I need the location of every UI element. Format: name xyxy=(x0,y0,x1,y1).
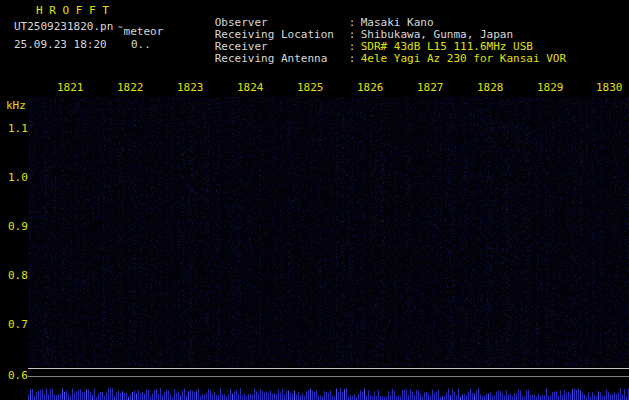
time-axis-label: 1821 xyxy=(57,82,84,94)
filename-label: UT2509231820.pn xyxy=(14,21,113,33)
freq-axis-label: 0.9 xyxy=(8,221,28,233)
freq-axis-label: 1.1 xyxy=(8,123,28,135)
time-axis-label: 1822 xyxy=(117,82,144,94)
freq-axis-unit: kHz xyxy=(6,100,26,112)
echo-counter: 0.. xyxy=(131,39,151,51)
level-ticks-canvas xyxy=(28,387,629,400)
freq-axis-label: 1.0 xyxy=(8,172,28,184)
freq-axis-label: 0.7 xyxy=(8,319,28,331)
level-strip-trace-line xyxy=(28,376,629,377)
info-value: 4ele Yagi Az 230 for Kansai VOR xyxy=(361,52,566,65)
time-axis-label: 1829 xyxy=(537,82,564,94)
time-axis-label: 1830 xyxy=(596,82,623,94)
time-axis-label: 1825 xyxy=(297,82,324,94)
level-strip-top-line xyxy=(28,368,629,369)
time-axis-label: 1826 xyxy=(357,82,384,94)
freq-axis-label: 0.6 xyxy=(8,370,28,382)
time-axis-label: 1827 xyxy=(417,82,444,94)
receiver-info-block: Observer:Masaki Kano Receiving Location:… xyxy=(175,5,566,53)
info-row-observer: Observer:Masaki Kano xyxy=(175,5,566,17)
time-axis-label: 1824 xyxy=(237,82,264,94)
spectrogram-canvas xyxy=(28,97,629,367)
station-tag-label: ˜meteor xyxy=(117,26,163,38)
info-separator: : xyxy=(349,53,361,65)
freq-axis-label: 0.8 xyxy=(8,270,28,282)
time-axis-label: 1823 xyxy=(177,82,204,94)
hrofft-screen: H R O F F T UT2509231820.pn ˜meteor 25.0… xyxy=(0,0,629,400)
info-label: Receiving Antenna xyxy=(215,53,349,65)
time-axis-label: 1828 xyxy=(477,82,504,94)
app-title: H R O F F T xyxy=(36,5,109,17)
datetime-label: 25.09.23 18:20 xyxy=(14,39,107,51)
